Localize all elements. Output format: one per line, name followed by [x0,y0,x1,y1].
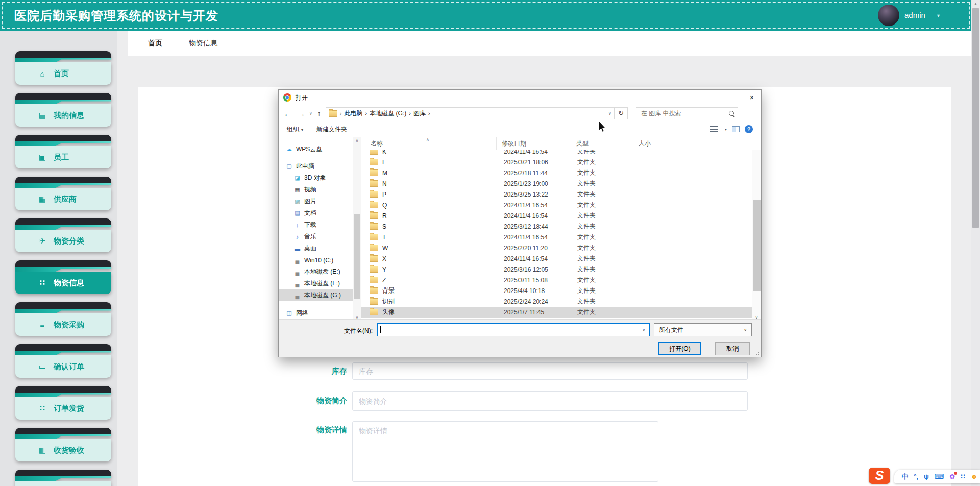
Z[interactable]: Z 2025/3/11 15:08 文件夹 [361,275,752,285]
address-crumb[interactable]: 此电脑› [345,109,368,118]
sidebar-item-stripe [15,141,111,146]
file-name: T [382,234,386,241]
stock-input[interactable] [352,362,748,380]
toolbox-icon[interactable]: ∷ [961,473,965,480]
recent-locations-icon[interactable]: ∨ [309,111,312,116]
tree-scrollbar-thumb[interactable] [354,214,360,299]
intro-input[interactable] [352,391,748,411]
list-scrollbar-thumb[interactable] [753,200,761,291]
R[interactable]: R 2024/11/4 16:54 文件夹 [361,210,752,221]
up-icon[interactable]: ↑ [317,109,321,117]
close-icon[interactable]: × [743,90,761,105]
sidebar-item[interactable]: ✈ 物资分类 [15,218,111,252]
tree-item[interactable]: ▦ 视频 [279,184,353,196]
sidebar-item[interactable]: ≡ 物资采购 [15,302,111,336]
sidebar-item[interactable]: ⌂ 首页 [15,51,111,85]
input-method-toolbar[interactable]: 中°,ψ⌨✿∷☻ [894,470,980,483]
scroll-up-icon[interactable]: ▲ [971,2,980,6]
tree-item[interactable]: ▄ 本地磁盘 (G:) [279,289,353,301]
address-crumb[interactable]: 本地磁盘 (G:)› [370,109,411,118]
tree-item[interactable]: ♪ 音乐 [279,231,353,242]
tree-item[interactable]: ▨ 图片 [279,196,353,207]
sidebar-item[interactable] [15,470,111,486]
tree-scroll-up-icon[interactable]: ∧ [353,138,361,143]
new-folder-button[interactable]: 新建文件夹 [316,125,347,134]
preview-pane-icon[interactable] [732,126,740,132]
sidebar-item[interactable]: ∷ 订单发货 [15,386,111,420]
tree-item[interactable]: ▤ 文档 [279,207,353,219]
sidebar-item[interactable]: ▭ 确认订单 [15,344,111,378]
L[interactable]: L 2025/3/21 18:06 文件夹 [361,157,752,167]
tree-item[interactable]: ▄ 本地磁盘 (F:) [279,278,353,289]
column-header-date[interactable]: 修改日期 [497,137,571,150]
N[interactable]: N 2025/1/23 19:00 文件夹 [361,178,752,189]
M[interactable]: M 2025/2/18 11:44 文件夹 [361,167,752,178]
Y[interactable]: Y 2025/3/16 12:05 文件夹 [361,264,752,275]
tree-item[interactable]: ↓ 下载 [279,219,353,231]
search-input[interactable] [640,109,727,117]
tree-item[interactable]: ▢ 此电脑 [279,160,353,172]
识别[interactable]: 识别 2025/2/24 20:24 文件夹 [361,296,752,307]
cancel-button[interactable]: 取消 [715,342,750,355]
address-crumb[interactable]: 图库› [413,109,430,118]
list-scrollbar[interactable]: ∧ ∨ [752,137,761,321]
P[interactable]: P 2025/3/25 13:22 文件夹 [361,189,752,200]
tree-item[interactable]: ☁ WPS云盘 [279,143,353,155]
X[interactable]: X 2024/11/4 16:54 文件夹 [361,253,752,264]
user-dropdown-caret-icon[interactable]: ▼ [936,13,941,18]
K[interactable]: K 2024/11/4 16:54 文件夹 [361,150,752,157]
tree-item[interactable]: ▄ 本地磁盘 (E:) [279,266,353,278]
file-date: 2025/1/23 19:00 [497,180,571,187]
sidebar-item[interactable]: ▤ 我的信息 [15,93,111,127]
W[interactable]: W 2025/2/20 11:20 文件夹 [361,242,752,253]
view-mode-icon[interactable] [710,126,718,132]
sogou-logo[interactable]: S [869,468,890,484]
detail-textarea[interactable] [352,421,658,482]
filename-field[interactable]: ∨ [377,323,650,336]
keyboard-icon[interactable]: ⌨ [935,473,944,480]
sidebar-item[interactable]: ∷ 物资信息 [15,260,111,294]
tree-item[interactable]: ▄ Win10 (C:) [279,254,353,266]
address-dropdown-icon[interactable]: ∨ [608,111,611,116]
desktop-icon: ▬ [293,246,301,252]
背景[interactable]: 背景 2025/4/4 10:18 文件夹 [361,285,752,296]
T[interactable]: T 2024/11/4 16:54 文件夹 [361,232,752,242]
头像[interactable]: 头像 2025/1/7 11:45 文件夹 [361,307,752,318]
filetype-select[interactable]: 所有文件 ∨ [654,323,752,336]
chinese-english-toggle-icon[interactable]: 中 [901,473,908,480]
open-file-dialog: 打开 × ← → ∨ ↑ › 此电脑› 本地磁盘 (G:)› 图库› ∨ ↻ [278,89,762,357]
tree-scrollbar[interactable]: ∧ ∨ [353,137,361,321]
filename-dropdown-icon[interactable]: ∨ [638,328,649,332]
username-label[interactable]: admin [904,11,925,19]
search-box[interactable] [636,107,738,119]
tree-item-label: 本地磁盘 (G:) [304,291,341,300]
emoji-icon[interactable]: ☻ [971,473,978,480]
browser-scrollbar[interactable]: ▲ [971,0,980,486]
open-button[interactable]: 打开(O) [658,342,701,355]
microphone-icon[interactable]: ψ [924,473,929,480]
organize-button[interactable]: 组织▾ [287,125,303,134]
dialog-titlebar[interactable]: 打开 [279,90,761,105]
skin-icon[interactable]: ✿ [949,473,955,480]
address-bar[interactable]: › 此电脑› 本地磁盘 (G:)› 图库› ∨ [326,107,615,119]
tree-item[interactable]: ◪ 3D 对象 [279,172,353,184]
filename-input[interactable] [381,326,638,334]
column-header-size[interactable]: 大小 [633,137,674,150]
Q[interactable]: Q 2024/11/4 16:54 文件夹 [361,200,752,210]
S[interactable]: S 2025/3/12 18:44 文件夹 [361,221,752,232]
back-icon[interactable]: ← [284,109,291,118]
avatar[interactable] [878,5,899,26]
sidebar-item[interactable]: ▥ 收货验收 [15,428,111,461]
column-header-type[interactable]: 类型 [571,137,633,150]
tree-item[interactable]: ◫ 网络 [279,307,353,319]
sidebar-item[interactable]: ▣ 员工 [15,135,111,168]
punctuation-icon[interactable]: °, [914,473,918,480]
help-icon[interactable]: ? [745,125,753,133]
refresh-icon[interactable]: ↻ [615,107,628,119]
resize-grip[interactable] [754,350,760,355]
view-dropdown-icon[interactable]: ▾ [725,127,727,132]
sidebar-item[interactable]: ▦ 供应商 [15,177,111,210]
breadcrumb-home[interactable]: 首页 [148,39,162,48]
scrollbar-thumb[interactable] [972,8,979,228]
tree-item[interactable]: ▬ 桌面 [279,242,353,254]
